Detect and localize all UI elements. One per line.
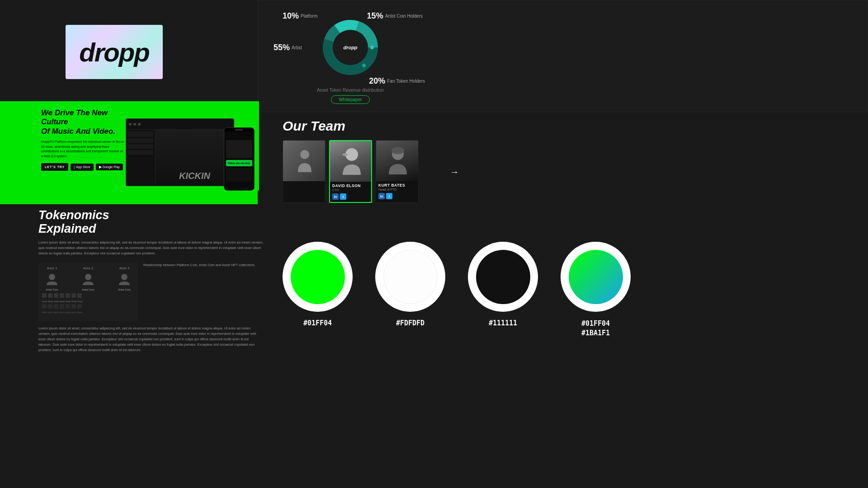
tokenomics-bottom-text: Lorem ipsum dolor sit amet, consectetur … (38, 326, 260, 353)
david-info: DAVID ELSON CTO (330, 182, 371, 193)
svg-rect-43 (77, 304, 82, 309)
swatch-white-fill (383, 250, 438, 304)
svg-rect-39 (54, 304, 58, 309)
team-title: Our Team (283, 118, 445, 134)
svg-rect-29 (77, 293, 82, 298)
desktop-mockup: KICKIN (126, 118, 234, 186)
kurt-role: Head of PTO (378, 188, 416, 191)
svg-rect-40 (60, 304, 64, 309)
svg-text:Asset: Asset (42, 300, 47, 303)
google-play-button[interactable]: ▶ Google Play (96, 164, 123, 170)
kurt-name: KURT BATES (378, 183, 416, 188)
person-silhouette-david (340, 145, 363, 177)
svg-text:DIST4: DIST4 (60, 311, 65, 314)
pie-chart-subtitle: Asset Token Revenue distribution (317, 88, 384, 93)
svg-text:DIST2: DIST2 (48, 311, 53, 314)
team-card-kurt[interactable]: KURT BATES Head of PTO in t (376, 140, 419, 203)
logo-section: dropp (66, 25, 163, 79)
swatch-green-label: #01FF04 (303, 319, 332, 327)
swatch-gradient-fill (569, 250, 623, 304)
tokenomics-relationship: Relationship between Platform Coin, Arti… (143, 263, 264, 268)
svg-point-18 (85, 274, 91, 280)
svg-text:Asset: Asset (48, 300, 53, 303)
svg-point-9 (300, 150, 309, 159)
svg-point-19 (121, 274, 127, 280)
kurt-info: KURT BATES Head of PTO (376, 181, 418, 193)
pie-label-fan-token: 20% Fan Token Holders (369, 76, 425, 86)
swatch-white-label: #FDFDFD (396, 319, 425, 327)
pie-chart-section: 10% Platform 15% Artist Coin Holders dro… (262, 5, 439, 108)
svg-rect-27 (66, 293, 70, 298)
david-twitter-icon[interactable]: t (340, 193, 346, 200)
svg-text:Actor 1: Actor 1 (47, 267, 57, 270)
person-silhouette-kurt (387, 145, 409, 177)
david-role: CTO (332, 188, 369, 192)
lets-try-button[interactable]: LET'S TRY (41, 163, 68, 171)
whitepaper-button[interactable]: Whitepaper (331, 95, 369, 104)
diagram-svg: Actor 1 Actor 2 Actor 3 Artist Coin Arti… (38, 263, 138, 321)
svg-text:DIST7: DIST7 (77, 311, 83, 314)
svg-text:DIST3: DIST3 (54, 311, 59, 314)
logo-text: dropp (79, 37, 149, 67)
team-card-david[interactable]: DAVID ELSON CTO in t (329, 140, 372, 203)
team-section: Our Team (283, 118, 445, 203)
svg-rect-24 (48, 293, 52, 298)
pie-chart-svg: dropp (319, 16, 382, 79)
svg-rect-25 (54, 293, 58, 298)
apple-icon:  (74, 165, 75, 169)
tokenomics-diagram-row: Actor 1 Actor 2 Actor 3 Artist Coin Arti… (38, 263, 264, 321)
svg-text:Asset: Asset (77, 300, 83, 303)
phone-mockup: Videos you can drop. (224, 127, 255, 191)
tokenomics-top: Lorem ipsum dolor sit amet, consectetur … (38, 240, 264, 261)
svg-text:Asset: Asset (66, 300, 71, 303)
svg-point-7 (370, 46, 374, 49)
svg-rect-23 (42, 293, 47, 298)
david-name: DAVID ELSON (332, 183, 369, 188)
kurt-socials: in t (376, 193, 418, 202)
svg-point-11 (342, 153, 348, 156)
svg-text:DIST6: DIST6 (71, 311, 77, 314)
swatch-dark-fill (476, 250, 530, 304)
swatch-green: #01FF04 (283, 242, 353, 327)
svg-rect-37 (42, 304, 47, 309)
svg-text:Artist Coin: Artist Coin (82, 288, 94, 291)
svg-text:DIST5: DIST5 (66, 311, 71, 314)
tokenomics-body: Lorem ipsum dolor sit amet, consectetur … (38, 240, 264, 256)
team-next-arrow[interactable]: → (450, 166, 459, 177)
svg-rect-42 (71, 304, 76, 309)
swatch-gradient-ring (561, 242, 631, 312)
kurt-twitter-icon[interactable]: t (386, 193, 392, 199)
svg-text:Asset: Asset (54, 300, 59, 303)
swatch-white-ring (375, 242, 445, 312)
svg-rect-28 (71, 293, 76, 298)
svg-rect-26 (60, 293, 64, 298)
relationship-text-col: Relationship between Platform Coin, Arti… (143, 263, 264, 268)
swatch-green-ring (283, 242, 353, 312)
kurt-linkedin-icon[interactable]: in (378, 193, 385, 199)
swatch-green-fill (291, 250, 345, 304)
svg-text:Artist Coin: Artist Coin (118, 288, 131, 291)
banner-body: DroppTV Platform empowers the individual… (41, 140, 125, 159)
svg-point-8 (362, 64, 366, 67)
swatch-dark-label: #111111 (489, 319, 517, 327)
play-icon: ▶ (99, 165, 102, 169)
svg-text:Actor 2: Actor 2 (83, 267, 93, 270)
svg-text:Artist Coin: Artist Coin (46, 288, 58, 291)
swatch-dark: #111111 (468, 242, 538, 327)
tokenomics-diagram: Actor 1 Actor 2 Actor 3 Artist Coin Arti… (38, 263, 138, 321)
banner-content: We Drive The New CultureOf Music And Vid… (41, 108, 125, 171)
tokenomics-title: TokenomicsExplained (38, 209, 264, 235)
team-card-0 (283, 140, 326, 203)
app-store-button[interactable]:  App Store (71, 164, 93, 171)
banner-buttons: LET'S TRY  App Store ▶ Google Play (41, 163, 125, 171)
david-linkedin-icon[interactable]: in (332, 193, 339, 200)
tokenomics-text-col: Lorem ipsum dolor sit amet, consectetur … (38, 240, 264, 261)
svg-point-13 (392, 147, 404, 154)
svg-text:DIST1: DIST1 (42, 311, 47, 314)
svg-text:Asset: Asset (71, 300, 77, 303)
pie-label-platform: 10% Platform (283, 11, 317, 21)
logo-background: dropp (66, 25, 163, 79)
svg-text:Asset: Asset (60, 300, 65, 303)
svg-point-17 (49, 274, 55, 280)
svg-text:dropp: dropp (343, 45, 357, 50)
